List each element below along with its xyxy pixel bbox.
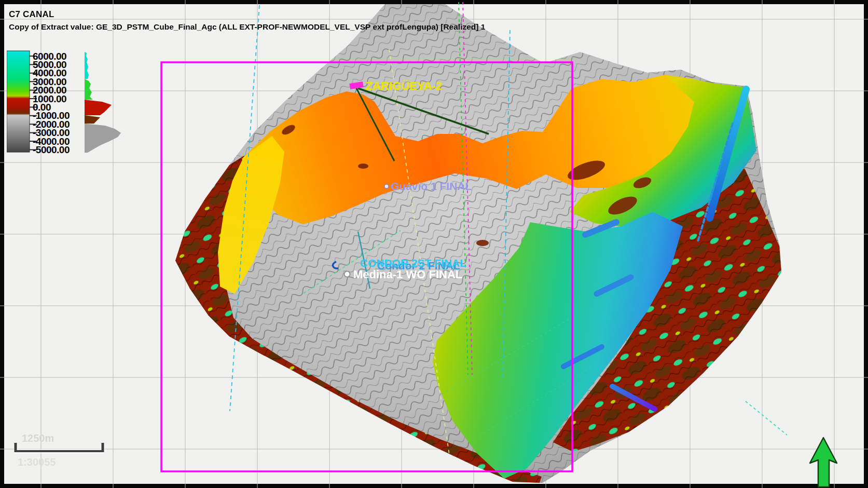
scale-distance-label: 1250m bbox=[22, 432, 54, 444]
wellhead-symbol[interactable] bbox=[384, 184, 389, 188]
map-window: ZARIGÜEYA-2 Guavio 1 FINAL Condor 2 FINA… bbox=[0, 0, 868, 488]
legend-color-bar[interactable] bbox=[7, 51, 30, 152]
legend-value: -5000.00 bbox=[33, 145, 90, 154]
surface-map[interactable] bbox=[175, 4, 781, 483]
wellhead-symbol[interactable] bbox=[345, 272, 350, 277]
well-label[interactable]: ZARIGÜEYA-2 bbox=[366, 79, 442, 92]
well-guavio-1[interactable]: Guavio 1 FINAL bbox=[384, 180, 472, 192]
well-label[interactable]: Guavio 1 FINAL bbox=[391, 180, 472, 192]
scale-ratio-label: 1:30055 bbox=[18, 456, 56, 468]
well-label[interactable]: Medina-1 WO FINAL bbox=[353, 268, 462, 281]
legend-histogram bbox=[85, 52, 121, 153]
north-arrow-icon bbox=[810, 438, 837, 487]
map-canvas[interactable]: ZARIGÜEYA-2 Guavio 1 FINAL Condor 2 FINA… bbox=[0, 0, 868, 488]
scale-bar: 1250m 1:30055 bbox=[15, 432, 104, 468]
well-label[interactable]: CONDOR 2ST FINAL bbox=[360, 257, 467, 269]
well-medina-1[interactable]: Medina-1 WO FINAL bbox=[345, 268, 463, 281]
